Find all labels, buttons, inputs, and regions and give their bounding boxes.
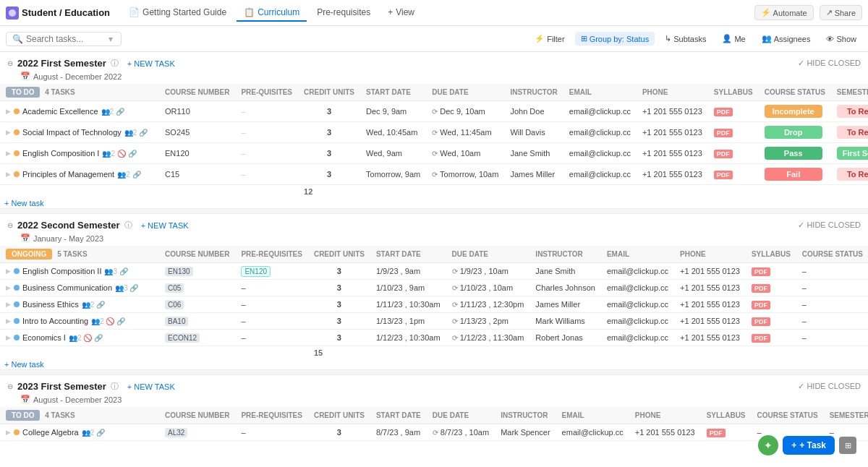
col-instructor: INSTRUCTOR bbox=[504, 84, 563, 101]
expand-icon[interactable]: ▶ bbox=[6, 150, 11, 157]
col-credits: CREDIT UNITS bbox=[308, 246, 370, 263]
new-task-button[interactable]: + NEW TASK bbox=[137, 220, 193, 231]
expand-icon[interactable]: ▶ bbox=[6, 317, 11, 325]
col-syllabus: SYLLABUS bbox=[708, 84, 759, 101]
task-name[interactable]: English Composition I bbox=[22, 149, 99, 158]
instructor: John Doe bbox=[504, 101, 563, 122]
tab-prerequisites[interactable]: Pre-requisites bbox=[310, 4, 378, 22]
task-name[interactable]: English Composition II bbox=[22, 267, 101, 275]
course-status: – bbox=[796, 313, 868, 330]
share-button[interactable]: ↗ Share bbox=[820, 5, 862, 20]
hide-closed-button[interactable]: ✓ HIDE CLOSED bbox=[798, 59, 861, 68]
tab-getting-started[interactable]: 📄 Getting Started Guide bbox=[122, 4, 234, 22]
group-by-button[interactable]: ⊞ Group by: Status bbox=[575, 32, 655, 46]
expand-icon[interactable]: ▶ bbox=[6, 129, 11, 136]
prereq: – bbox=[235, 313, 307, 330]
task-dot bbox=[14, 301, 20, 307]
prereq-tag: EN120 bbox=[241, 266, 271, 277]
show-button[interactable]: 👁 Show bbox=[820, 33, 862, 46]
grid-icon[interactable]: ⊞ bbox=[839, 437, 856, 454]
col-instructor: INSTRUCTOR bbox=[529, 246, 601, 263]
start-date: 1/10/23 , 9am bbox=[370, 280, 446, 296]
new-task-button[interactable]: + NEW TASK bbox=[123, 59, 179, 69]
task-name[interactable]: Business Communication bbox=[22, 283, 112, 292]
automate-button[interactable]: ⚡ Automate bbox=[754, 5, 814, 20]
table-row: ▶ Business Ethics 👥2 🔗 C06 – 3 1/11/23 ,… bbox=[0, 296, 868, 313]
col-phone: PHONE bbox=[637, 84, 708, 101]
expand-icon[interactable]: ▶ bbox=[6, 284, 11, 291]
task-name[interactable]: College Algebra bbox=[22, 428, 79, 437]
task-name-cell: ▶ English Composition I 👥2 🚫 🔗 bbox=[0, 143, 159, 164]
prereq: – bbox=[235, 330, 307, 346]
prereq: – bbox=[235, 101, 298, 122]
task-meta-icons: 👥2 🚫 🔗 bbox=[69, 334, 103, 342]
collapse-icon[interactable]: ⊖ bbox=[7, 59, 13, 67]
task-name[interactable]: Intro to Accounting bbox=[22, 317, 88, 325]
expand-icon[interactable]: ▶ bbox=[6, 108, 11, 115]
filter-button[interactable]: ⚡ Filter bbox=[529, 32, 570, 46]
task-count: 5 TASKS bbox=[57, 250, 88, 258]
task-name[interactable]: Principles of Management bbox=[22, 170, 114, 179]
section-header-2023-first: ⊖ 2023 First Semester ⓘ + NEW TASK ✓ HID… bbox=[0, 375, 868, 393]
expand-icon[interactable]: ▶ bbox=[6, 267, 11, 275]
email: email@clickup.cc bbox=[601, 296, 674, 313]
check-icon: ✓ bbox=[798, 382, 804, 390]
share-icon: ↗ bbox=[826, 8, 833, 17]
new-task-button[interactable]: + NEW TASK bbox=[123, 382, 179, 392]
course-status: Fail bbox=[759, 164, 831, 185]
search-input[interactable] bbox=[26, 34, 106, 44]
credits: 3 bbox=[298, 164, 360, 185]
task-name-cell: ▶ Economics I 👥2 🚫 🔗 bbox=[0, 330, 159, 346]
task-name[interactable]: Social Impact of Technology bbox=[22, 128, 122, 137]
assignees-button[interactable]: 👥 Assignees bbox=[756, 32, 817, 46]
search-box[interactable]: 🔍 ▾ bbox=[6, 32, 122, 46]
course-status: – bbox=[796, 296, 868, 313]
add-task-button[interactable]: + New task bbox=[0, 197, 48, 209]
subtasks-button[interactable]: ↳ Subtasks bbox=[659, 32, 712, 46]
course-number: AL32 bbox=[159, 424, 235, 441]
col-due: DUE DATE bbox=[427, 407, 495, 424]
info-icon[interactable]: ⓘ bbox=[111, 58, 119, 69]
col-due: DUE DATE bbox=[426, 84, 504, 101]
col-phone: PHONE bbox=[674, 246, 746, 263]
task-name[interactable]: Academic Excellence bbox=[22, 107, 98, 116]
info-icon[interactable]: ⓘ bbox=[111, 381, 119, 392]
syllabus: PDF bbox=[746, 280, 796, 296]
phone: +1 201 555 0123 bbox=[674, 313, 746, 330]
section-title: 2022 Second Semester bbox=[17, 220, 120, 231]
phone: +1 201 555 0123 bbox=[629, 424, 701, 441]
task-name-cell: ▶ Principles of Management 👥2 🔗 bbox=[0, 164, 159, 185]
start-date: 1/13/23 , 1pm bbox=[370, 313, 446, 330]
pdf-icon: PDF bbox=[714, 150, 733, 158]
expand-icon[interactable]: ▶ bbox=[6, 429, 11, 436]
semester-compl: To Retake bbox=[831, 122, 868, 143]
collapse-icon[interactable]: ⊖ bbox=[7, 382, 13, 390]
me-button[interactable]: 👤 Me bbox=[716, 32, 751, 46]
expand-icon[interactable]: ▶ bbox=[6, 171, 11, 178]
due-date: ⟳ 1/9/23 , 10am bbox=[446, 263, 530, 280]
semester-badge: To Retake bbox=[837, 105, 868, 118]
hide-closed-button[interactable]: ✓ HIDE CLOSED bbox=[798, 382, 861, 391]
toolbar: 🔍 ▾ ⚡ Filter ⊞ Group by: Status ↳ Subtas… bbox=[0, 26, 868, 52]
pdf-icon: PDF bbox=[752, 284, 770, 293]
fab-label: + Task bbox=[799, 440, 826, 450]
course-status-badge: Drop bbox=[765, 126, 822, 139]
hide-closed-button[interactable]: ✓ HIDE CLOSED bbox=[798, 220, 861, 230]
tab-curriculum[interactable]: 📋 Curriculum bbox=[237, 4, 307, 22]
info-icon[interactable]: ⓘ bbox=[124, 220, 132, 231]
total-row: 12 bbox=[0, 185, 868, 199]
col-start: START DATE bbox=[360, 84, 426, 101]
col-header-status: TO DO 4 TASKS bbox=[0, 84, 159, 101]
add-task-button[interactable]: + New task bbox=[0, 359, 48, 370]
fab-green-icon[interactable]: ✦ bbox=[758, 435, 778, 455]
expand-icon[interactable]: ▶ bbox=[6, 301, 11, 308]
subtasks-icon: ↳ bbox=[665, 34, 671, 43]
task-name[interactable]: Economics I bbox=[22, 333, 66, 342]
collapse-icon[interactable]: ⊖ bbox=[7, 221, 13, 229]
expand-icon[interactable]: ▶ bbox=[6, 334, 11, 341]
task-name[interactable]: Business Ethics bbox=[22, 300, 79, 309]
credits: 3 bbox=[308, 330, 370, 346]
tab-view[interactable]: + View bbox=[380, 4, 422, 22]
task-meta-icons: 👥2 🚫 🔗 bbox=[102, 150, 136, 158]
add-task-fab-button[interactable]: + + Task bbox=[783, 436, 835, 455]
